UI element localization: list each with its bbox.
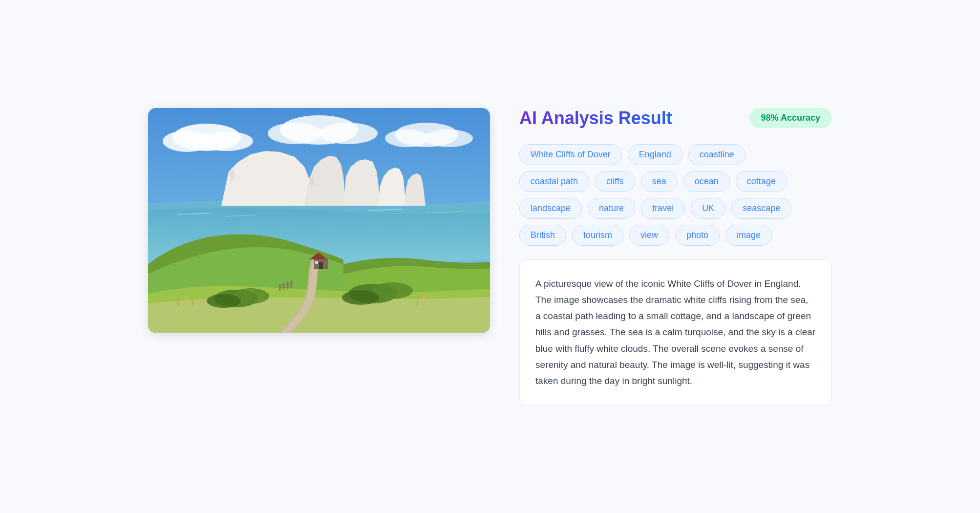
tag-image[interactable]: image bbox=[725, 225, 772, 246]
tag-coastal-path[interactable]: coastal path bbox=[519, 171, 589, 192]
result-header: AI Analysis Result 98% Accuracy bbox=[519, 108, 832, 128]
svg-point-3 bbox=[199, 131, 253, 151]
result-section: AI Analysis Result 98% Accuracy White Cl… bbox=[519, 108, 832, 406]
tag-tourism[interactable]: tourism bbox=[572, 225, 623, 246]
svg-point-25 bbox=[342, 290, 379, 305]
description-card: A picturesque view of the iconic White C… bbox=[519, 259, 832, 406]
tag-ocean[interactable]: ocean bbox=[683, 171, 730, 192]
tag-white-cliffs[interactable]: White Cliffs of Dover bbox=[519, 144, 622, 165]
svg-rect-13 bbox=[315, 261, 318, 264]
description-text: A picturesque view of the iconic White C… bbox=[535, 276, 816, 389]
tag-sea[interactable]: sea bbox=[641, 171, 678, 192]
tag-landscape[interactable]: landscape bbox=[519, 198, 582, 219]
accuracy-badge: 98% Accuracy bbox=[749, 108, 832, 128]
tag-view[interactable]: view bbox=[629, 225, 669, 246]
image-section bbox=[148, 108, 490, 333]
tag-british[interactable]: British bbox=[519, 225, 566, 246]
tag-coastline[interactable]: coastline bbox=[688, 144, 746, 165]
svg-point-22 bbox=[207, 294, 241, 308]
tags-section: White Cliffs of Dover England coastline … bbox=[519, 144, 832, 246]
tag-uk[interactable]: UK bbox=[691, 198, 725, 219]
result-title: AI Analysis Result bbox=[519, 108, 672, 128]
tag-nature[interactable]: nature bbox=[588, 198, 635, 219]
tag-cliffs[interactable]: cliffs bbox=[595, 171, 635, 192]
tag-seascape[interactable]: seascape bbox=[731, 198, 791, 219]
tag-photo[interactable]: photo bbox=[675, 225, 720, 246]
cliff-image bbox=[148, 108, 490, 333]
tags-row-3: British tourism view photo image bbox=[519, 225, 832, 246]
tags-row-0: White Cliffs of Dover England coastline bbox=[519, 144, 832, 165]
main-container: AI Analysis Result 98% Accuracy White Cl… bbox=[148, 108, 832, 406]
svg-rect-12 bbox=[319, 262, 323, 269]
svg-point-5 bbox=[268, 123, 321, 144]
tag-england[interactable]: England bbox=[628, 144, 682, 165]
svg-point-9 bbox=[424, 129, 473, 147]
svg-point-8 bbox=[385, 129, 429, 147]
tag-travel[interactable]: travel bbox=[641, 198, 685, 219]
tags-row-2: landscape nature travel UK seascape bbox=[519, 198, 832, 219]
tag-cottage[interactable]: cottage bbox=[736, 171, 787, 192]
svg-point-6 bbox=[319, 123, 378, 144]
tags-row-1: coastal path cliffs sea ocean cottage bbox=[519, 171, 832, 192]
